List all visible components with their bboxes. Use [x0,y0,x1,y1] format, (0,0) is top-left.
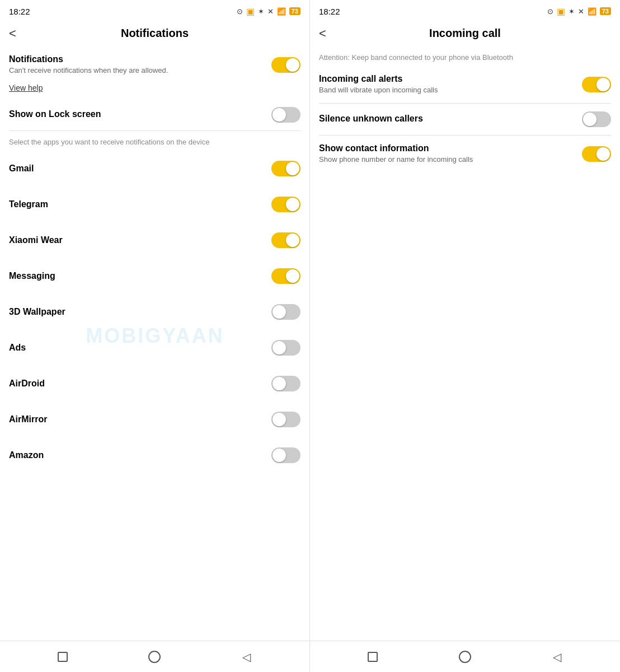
back-button-right[interactable]: < [319,26,326,41]
show-contact-label: Show contact information [319,143,582,153]
right-content: Attention: Keep band connected to your p… [310,46,620,641]
toggle-track-contact[interactable] [582,146,611,162]
notifications-label: Notifications [9,54,271,64]
silence-unknown-toggle[interactable] [582,111,611,127]
app-bar-left: < Notifications [0,20,309,46]
left-content: Notifications Can't receive notification… [0,46,309,641]
circle-icon-right [459,651,471,663]
toggle-track-silence[interactable] [582,111,611,127]
silence-unknown-item: Silence unknown callers [310,104,620,135]
incoming-call-toggle[interactable] [582,77,611,92]
back-button-left[interactable]: < [9,26,16,41]
bluetooth-icon: ✶ [258,7,264,16]
lock-screen-item: Show on Lock screen [0,99,309,130]
notifications-toggle-item: Notifications Can't receive notification… [0,46,309,83]
bottom-nav-right: ◁ [310,641,620,672]
nav-back-left[interactable]: ◁ [239,649,255,665]
3d-wallpaper-toggle[interactable] [271,304,300,320]
right-screen: 18:22 ⊙ ▣ ✶ ✕ 📶 73 < Incoming call Atten… [310,0,620,672]
back-icon-right: ◁ [553,650,561,664]
app-item-xiaomi-wear: Xiaomi Wear [0,222,309,258]
app-bar-right: < Incoming call [310,20,620,46]
notifications-subtitle: Can't receive notifications when they ar… [9,66,271,76]
toggle-track-notifications[interactable] [271,57,300,73]
toggle-thumb-notifications [286,58,299,72]
camera-icon-right: ⊙ [547,7,553,16]
amazon-toggle[interactable] [271,447,300,463]
app-item-ads: Ads [0,330,309,366]
lock-screen-toggle[interactable] [271,107,300,123]
page-title-left: Notifications [121,27,189,40]
show-contact-toggle[interactable] [582,146,611,162]
toggle-track-xiaomi-wear[interactable] [271,232,300,248]
app-item-telegram: Telegram [0,186,309,222]
nav-square-left[interactable] [55,649,71,665]
show-contact-subtitle: Show phone number or name for incoming c… [319,155,582,165]
app-name-telegram: Telegram [9,199,48,209]
app-item-3d-wallpaper: 3D Wallpaper [0,294,309,330]
square-icon-right [368,652,378,662]
toggle-thumb-lock [273,108,286,122]
app-name-ads: Ads [9,343,26,353]
airmirror-toggle[interactable] [271,412,300,427]
miui-icon-right: ▣ [557,6,565,17]
app-item-airmirror: AirMirror [0,402,309,437]
sim-icon: ✕ [267,7,274,16]
app-item-messaging: Messaging [0,258,309,294]
wifi-icon-right: 📶 [588,7,596,16]
toggle-track-incoming[interactable] [582,77,611,92]
toggle-track-airdroid[interactable] [271,376,300,391]
app-name-airmirror: AirMirror [9,414,47,424]
status-icons-left: ⊙ ▣ ✶ ✕ 📶 73 [237,6,300,17]
gmail-toggle[interactable] [271,161,300,176]
time-left: 18:22 [9,7,30,16]
apps-section-label: Select the apps you want to receive noti… [0,131,309,151]
app-name-airdroid: AirDroid [9,379,45,389]
app-name-gmail: Gmail [9,164,34,174]
nav-back-right[interactable]: ◁ [549,649,565,665]
toggle-track-airmirror[interactable] [271,412,300,427]
show-contact-item: Show contact information Show phone numb… [310,136,620,172]
app-item-amazon: Amazon [0,437,309,473]
miui-icon: ▣ [246,6,255,17]
bluetooth-icon-right: ✶ [569,7,575,16]
attention-text: Attention: Keep band connected to your p… [310,46,620,66]
square-icon-left [58,652,68,662]
app-name-xiaomi-wear: Xiaomi Wear [9,235,63,245]
status-bar-left: 18:22 ⊙ ▣ ✶ ✕ 📶 73 [0,0,309,20]
nav-home-right[interactable] [457,649,473,665]
battery-left: 73 [289,7,300,15]
toggle-track-telegram[interactable] [271,197,300,212]
toggle-track-ads[interactable] [271,340,300,356]
nav-home-left[interactable] [147,649,162,665]
lock-screen-label: Show on Lock screen [9,109,271,119]
incoming-call-alerts-label: Incoming call alerts [319,74,582,84]
airdroid-toggle[interactable] [271,376,300,391]
nav-square-right[interactable] [365,649,381,665]
app-item-airdroid: AirDroid [0,366,309,402]
ads-toggle[interactable] [271,340,300,356]
toggle-track-lock[interactable] [271,107,300,123]
messaging-toggle[interactable] [271,268,300,284]
xiaomi-wear-toggle[interactable] [271,232,300,248]
app-name-amazon: Amazon [9,450,44,460]
status-bar-right: 18:22 ⊙ ▣ ✶ ✕ 📶 73 [310,0,620,20]
incoming-call-alerts-subtitle: Band will vibrate upon incoming calls [319,85,582,95]
time-right: 18:22 [319,7,340,16]
view-help-link[interactable]: View help [0,83,309,99]
bottom-nav-left: ◁ [0,641,309,672]
incoming-call-alerts-item: Incoming call alerts Band will vibrate u… [310,66,620,103]
camera-icon: ⊙ [237,7,243,16]
wifi-icon: 📶 [277,7,286,16]
telegram-toggle[interactable] [271,197,300,212]
status-icons-right: ⊙ ▣ ✶ ✕ 📶 73 [547,6,611,17]
toggle-track-gmail[interactable] [271,161,300,176]
page-title-right: Incoming call [429,27,501,40]
silence-unknown-label: Silence unknown callers [319,114,582,124]
notifications-toggle[interactable] [271,57,300,73]
toggle-track-amazon[interactable] [271,447,300,463]
sim-icon-right: ✕ [578,7,584,16]
toggle-track-3d-wallpaper[interactable] [271,304,300,320]
toggle-track-messaging[interactable] [271,268,300,284]
circle-icon-left [148,651,161,663]
